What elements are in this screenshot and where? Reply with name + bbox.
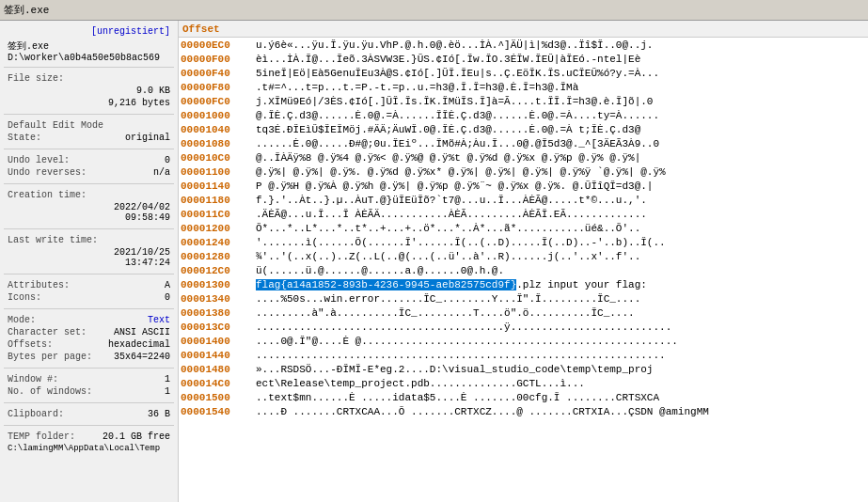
hex-data: ....%50s...win.error.......ÎC_........Y.…: [256, 293, 866, 305]
hex-data: @.ÎÈ.Ç.d3@......È.0@.=À......ÎÎÈ.Ç.d3@..…: [256, 110, 866, 121]
hex-row[interactable]: 00000F405ineÎ|Eö|Eà5GenuÎEu3À@S.¢Ió[.]ÛÎ…: [179, 66, 868, 80]
hex-offset: 000013C0: [181, 322, 256, 333]
hex-data: P @.ÿ%H @.ÿ%À @.ÿ%h @.ÿ%| @.ÿ%p @.ÿ%¨~ @…: [256, 180, 866, 192]
state-label: State:: [8, 133, 41, 143]
hex-data: .ÄÈÃ@...u.Î...Î ÀÈÃÄ...........ÀÈÃ......…: [256, 209, 866, 220]
hex-content[interactable]: 00000EC0u.ý6è«...ÿu.Î.ÿu.ÿu.VhP.@.h.0@.è…: [179, 38, 868, 502]
hex-offset: 00000F00: [181, 54, 256, 65]
title-bar-text: 签到.exe: [4, 3, 49, 17]
hex-data: Ô*...*..L*...*..t*..+...+..ö*...*..À*...…: [256, 223, 866, 234]
hex-row[interactable]: 00001540....Ð .......CRTXCAA...Ô .......…: [179, 404, 868, 418]
hex-offset: 00001180: [181, 195, 256, 206]
unregistered-label: [unregistiert]: [0, 24, 178, 39]
clipboard-label: Clipboard:: [8, 409, 64, 419]
hex-offset: 00001100: [181, 166, 256, 178]
undo-level-val: 0: [165, 155, 170, 165]
num-windows-val: 1: [165, 386, 170, 397]
separator-4: [4, 183, 174, 184]
hex-offset: 000012C0: [181, 265, 256, 276]
hex-row[interactable]: 00001080......È.0@.....Ð#@;0u.ÎEiº...ÎMõ…: [179, 136, 868, 150]
separator-7: [4, 308, 174, 309]
hex-row[interactable]: 00000EC0u.ý6è«...ÿu.Î.ÿu.ÿu.VhP.@.h.0@.è…: [179, 38, 868, 52]
hex-data: ......È.0@.....Ð#@;0u.ÎEiº...ÎMõ#À;Àu.Î.…: [256, 138, 866, 149]
hex-row[interactable]: 00000F00èì...ÌÀ.Î@...Îeõ.3ÀSVW3E.}ÛS.¢Ió…: [179, 52, 868, 66]
hex-row[interactable]: 00001340....%50s...win.error.......ÎC_..…: [179, 291, 868, 306]
hex-row[interactable]: 00001240'.......ì(......Ô(......Î'......…: [179, 235, 868, 249]
hex-offset: 00001300: [181, 279, 256, 290]
window-num-label: Window #:: [8, 374, 58, 384]
hex-row[interactable]: 000012C0ü(......ü.@......@......a.@.....…: [179, 263, 868, 277]
hex-offset: 00001000: [181, 110, 256, 121]
temp-folder-label: TEMP folder:: [8, 431, 75, 442]
separator-2: [4, 114, 174, 115]
hex-offset: 00001400: [181, 336, 256, 347]
mode-label: Mode:: [8, 315, 36, 325]
hex-row[interactable]: 000013C0................................…: [179, 320, 868, 334]
hex-row[interactable]: 00001100@.ÿ%| @.ÿ%| @.ÿ%. @.ÿ%d @.ÿ%x* @…: [179, 165, 868, 179]
hex-row[interactable]: 00001380.........à".à..........ÎC_......…: [179, 306, 868, 320]
attributes-val: A: [165, 280, 170, 290]
hex-data: f.}.'..Àt..}.µ..ÀuT.@}üÎEüÎõ?`t7@...u..Î…: [256, 195, 866, 206]
hex-data: j.XÎMü9Eó|/3ÈS.¢Ió[.]ÛÎ.Îs.ÎK.ÎMüÎS.Î]à=…: [256, 96, 866, 107]
separator-9: [4, 402, 174, 403]
creation-time-val: 2022/04/0209:58:49: [114, 202, 170, 223]
bytes-per-page-val: 35x64=2240: [114, 352, 170, 362]
last-write-section: Last write time: 2021/10/2513:47:24: [0, 232, 178, 271]
flag-highlight: flag{a14a1852-893b-4236-9945-aeb82575cd9…: [256, 279, 516, 290]
hex-row[interactable]: 00000F80.t#=^...t=p...t.=P.-t.=p..u.=h3@…: [179, 80, 868, 94]
main-container: [unregistiert] 签到.exe D:\worker\a0b4a50e…: [0, 21, 868, 502]
clipboard-section: Clipboard: 36 B: [0, 406, 178, 422]
hex-offset: 00000FC0: [181, 96, 256, 107]
charset-label: Character set:: [8, 327, 87, 337]
title-bar: 签到.exe: [0, 0, 868, 21]
hex-data: .........à".à..........ÎC_.........T....…: [256, 307, 866, 319]
hex-row[interactable]: 00001300flag{a14a1852-893b-4236-9945-aeb…: [179, 277, 868, 291]
hex-data: ü(......ü.@......@......a.@......0@.h.@.: [256, 265, 866, 276]
default-edit-mode-label: Default Edit Mode: [8, 120, 103, 131]
hex-row[interactable]: 00001180f.}.'..Àt..}.µ..ÀuT.@}üÎEüÎõ?`t7…: [179, 193, 868, 207]
undo-reverses-label: Undo reverses:: [8, 167, 87, 178]
hex-data: ....0@.Î"@....È @.......................…: [256, 336, 866, 347]
mode-val: Text: [148, 315, 170, 325]
separator-3: [4, 149, 174, 149]
offsets-label: Offsets:: [8, 339, 53, 350]
hex-row[interactable]: 00000FC0j.XÎMü9Eó|/3ÈS.¢Ió[.]ÛÎ.Îs.ÎK.ÎM…: [179, 94, 868, 108]
hex-row[interactable]: 00001040tq3É.ÐÎEìÛ$ÎEÎMöj.#ÄÄ;ÄuWÎ.0@.ÎÈ…: [179, 122, 868, 136]
charset-val: ANSI ASCII: [114, 327, 170, 337]
hex-row[interactable]: 000010C0@..ÎÀÄÿ%8 @.ÿ%4 @.ÿ%< @.ÿ%@ @.ÿ%…: [179, 150, 868, 165]
clipboard-val: 36 B: [148, 409, 170, 419]
hex-row[interactable]: 00001140P @.ÿ%H @.ÿ%À @.ÿ%h @.ÿ%| @.ÿ%p …: [179, 179, 868, 193]
hex-row[interactable]: 00001000@.ÎÈ.Ç.d3@......È.0@.=À......ÎÎÈ…: [179, 108, 868, 122]
hex-row[interactable]: 00001500..text$mn......È .....idata$5...…: [179, 390, 868, 404]
separator-8: [4, 368, 174, 369]
hex-data: @..ÎÀÄÿ%8 @.ÿ%4 @.ÿ%< @.ÿ%@ @.ÿ%t @.ÿ%d …: [256, 152, 866, 164]
edit-mode-section: Default Edit Mode State: original: [0, 118, 178, 146]
undo-section: Undo level: 0 Undo reverses: n/a: [0, 152, 178, 180]
hex-data: ¾'..'(..x(..)..Z(..L(..@(...(..ü'..à'..R…: [256, 251, 866, 262]
separator-5: [4, 228, 174, 229]
bytes-per-page-label: Bytes per page:: [8, 352, 92, 362]
attributes-label: Attributes:: [8, 280, 70, 290]
hex-row[interactable]: 00001400....0@.Î"@....È @...............…: [179, 334, 868, 348]
hex-offset: 000014C0: [181, 378, 256, 389]
hex-row[interactable]: 00001440................................…: [179, 348, 868, 362]
last-write-val: 2021/10/2513:47:24: [114, 247, 170, 268]
temp-folder-path: C:\lamingMM\AppData\Local\Temp: [8, 444, 160, 453]
hex-row[interactable]: 00001200Ô*...*..L*...*..t*..+...+..ö*...…: [179, 221, 868, 235]
separator-10: [4, 425, 174, 426]
offset-header-label: Offset: [182, 24, 220, 35]
hex-row[interactable]: 00001480»...RSDSÖ...-ÐÎMÎ-E*eg.2....D:\v…: [179, 362, 868, 376]
hex-data: flag{a14a1852-893b-4236-9945-aeb82575cd9…: [256, 279, 866, 290]
creation-time-section: Creation time: 2022/04/0209:58:49: [0, 187, 178, 226]
hex-row[interactable]: 00001280¾'..'(..x(..)..Z(..L(..@(...(..ü…: [179, 249, 868, 263]
hex-offset: 00000F40: [181, 68, 256, 79]
hex-data: ........................................…: [256, 322, 866, 333]
hex-offset: 00001040: [181, 124, 256, 135]
hex-offset: 000011C0: [181, 209, 256, 220]
icons-val: 0: [165, 292, 170, 303]
filename-text: 签到.exe: [8, 39, 170, 53]
hex-offset: 00001240: [181, 237, 256, 248]
hex-row[interactable]: 000011C0.ÄÈÃ@...u.Î...Î ÀÈÃÄ...........À…: [179, 207, 868, 221]
hex-row[interactable]: 000014C0ect\Release\temp_project.pdb....…: [179, 376, 868, 390]
temp-folder-val: 20.1 GB free: [103, 431, 170, 442]
